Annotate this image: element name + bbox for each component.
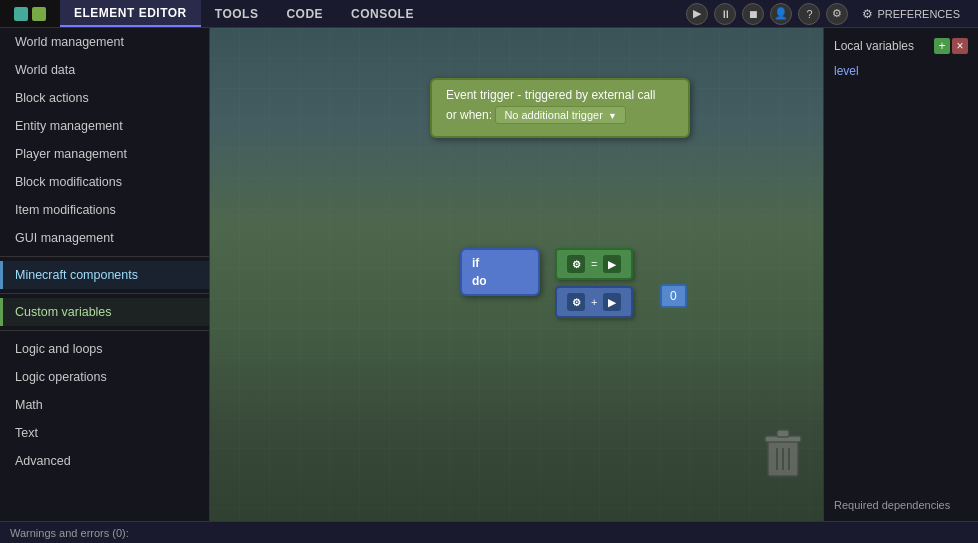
gear-icon: ⚙ xyxy=(862,7,873,21)
vars-buttons: + × xyxy=(934,38,968,54)
sidebar-item-minecraft-components[interactable]: Minecraft components xyxy=(0,261,209,289)
number-value: 0 xyxy=(660,284,687,308)
var-item-level[interactable]: level xyxy=(834,62,968,80)
sidebar: World management World data Block action… xyxy=(0,28,210,521)
or-when-label: or when: xyxy=(446,108,492,122)
sidebar-item-custom-variables[interactable]: Custom variables xyxy=(0,298,209,326)
logo-area xyxy=(0,0,60,27)
op-right-icon2: ▶ xyxy=(603,293,621,311)
event-trigger-block[interactable]: Event trigger - triggered by external ca… xyxy=(430,78,690,138)
sidebar-item-world-management[interactable]: World management xyxy=(0,28,209,56)
del-var-button[interactable]: × xyxy=(952,38,968,54)
svg-rect-2 xyxy=(777,430,789,437)
required-dependencies-label: Required dependencies xyxy=(834,499,968,511)
topbar-tabs: ELEMENT EDITOR TOOLS CODE CONSOLE xyxy=(60,0,428,27)
sidebar-item-math[interactable]: Math xyxy=(0,391,209,419)
op-plus-symbol: + xyxy=(591,296,597,308)
preferences-button[interactable]: ⚙ PREFERENCES xyxy=(854,5,968,23)
do-label: do xyxy=(472,274,528,288)
topbar-icon-settings[interactable]: ⚙ xyxy=(826,3,848,25)
sidebar-item-player-management[interactable]: Player management xyxy=(0,140,209,168)
sidebar-item-block-actions[interactable]: Block actions xyxy=(0,84,209,112)
local-vars-header: Local variables + × xyxy=(834,38,968,54)
local-vars-title: Local variables xyxy=(834,39,914,53)
add-var-button[interactable]: + xyxy=(934,38,950,54)
op-right-icon: ▶ xyxy=(603,255,621,273)
sidebar-item-block-modifications[interactable]: Block modifications xyxy=(0,168,209,196)
sidebar-divider3 xyxy=(0,330,209,331)
tab-console[interactable]: CONSOLE xyxy=(337,0,428,27)
event-trigger-text-line1: Event trigger - triggered by external ca… xyxy=(446,88,674,102)
sidebar-item-entity-management[interactable]: Entity management xyxy=(0,112,209,140)
tab-element-editor[interactable]: ELEMENT EDITOR xyxy=(60,0,201,27)
trash-icon xyxy=(763,428,803,478)
if-do-block[interactable]: if do xyxy=(460,248,540,296)
tab-code[interactable]: CODE xyxy=(272,0,337,27)
tab-tools[interactable]: TOOLS xyxy=(201,0,273,27)
warnings-text: Warnings and errors (0): xyxy=(10,527,129,539)
topbar-icon-play[interactable]: ▶ xyxy=(686,3,708,25)
preferences-label: PREFERENCES xyxy=(877,8,960,20)
dropdown-arrow-icon: ▼ xyxy=(608,111,617,121)
topbar-icon-pause[interactable]: ⏸ xyxy=(714,3,736,25)
logo-square2 xyxy=(32,7,46,21)
sidebar-item-text[interactable]: Text xyxy=(0,419,209,447)
sidebar-item-logic-operations[interactable]: Logic operations xyxy=(0,363,209,391)
right-panel: Local variables + × level Required depen… xyxy=(823,28,978,521)
sidebar-item-logic-loops[interactable]: Logic and loops xyxy=(0,335,209,363)
sidebar-divider2 xyxy=(0,293,209,294)
sidebar-item-gui-management[interactable]: GUI management xyxy=(0,224,209,252)
topbar: ELEMENT EDITOR TOOLS CODE CONSOLE ▶ ⏸ ⏹ … xyxy=(0,0,978,28)
sidebar-item-world-data[interactable]: World data xyxy=(0,56,209,84)
trigger-dropdown[interactable]: No additional trigger ▼ xyxy=(495,106,625,124)
canvas-area: Event trigger - triggered by external ca… xyxy=(210,28,823,521)
topbar-icons: ▶ ⏸ ⏹ 👤 ? ⚙ ⚙ PREFERENCES xyxy=(686,3,978,25)
topbar-icon-stop[interactable]: ⏹ xyxy=(742,3,764,25)
sidebar-divider1 xyxy=(0,256,209,257)
status-bar: Warnings and errors (0): xyxy=(0,521,978,543)
sidebar-item-advanced[interactable]: Advanced xyxy=(0,447,209,475)
op-settings-icon: ⚙ xyxy=(567,255,585,273)
event-trigger-text-line2: or when: No additional trigger ▼ xyxy=(446,106,674,124)
trash-icon-area[interactable] xyxy=(763,428,803,481)
trigger-dropdown-value: No additional trigger xyxy=(504,109,602,121)
op-settings-icon2: ⚙ xyxy=(567,293,585,311)
sidebar-item-item-modifications[interactable]: Item modifications xyxy=(0,196,209,224)
op-equals-symbol: = xyxy=(591,258,597,270)
logo-square1 xyxy=(14,7,28,21)
topbar-icon-help[interactable]: ? xyxy=(798,3,820,25)
topbar-icon-person[interactable]: 👤 xyxy=(770,3,792,25)
main-area: World management World data Block action… xyxy=(0,28,978,521)
if-label: if xyxy=(472,256,528,270)
